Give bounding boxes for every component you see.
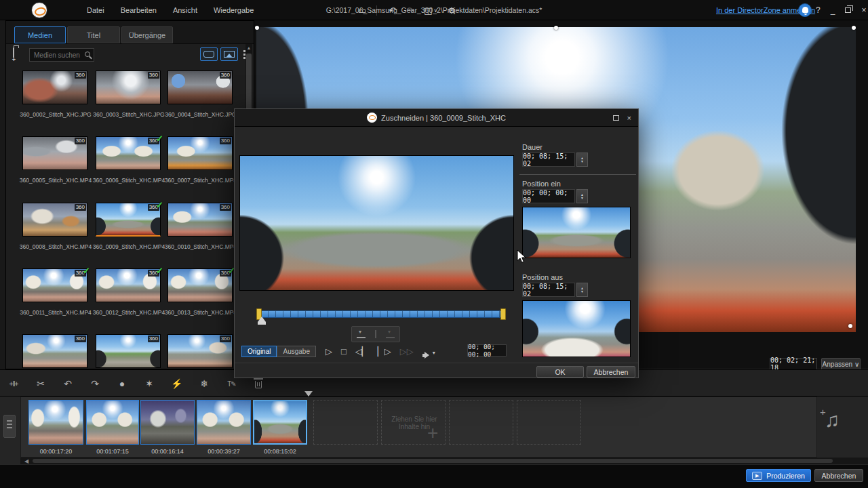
produce-button[interactable]: ▶ Produzieren (746, 469, 811, 482)
video-filter-button[interactable] (200, 47, 218, 61)
mark-out-button[interactable] (386, 331, 395, 338)
import-media-icon[interactable] (13, 47, 14, 60)
mouse-cursor (517, 249, 527, 264)
media-filename: 360_0009_Stitch_XHC.MP4 (92, 243, 166, 250)
mark-position-button[interactable] (375, 330, 376, 338)
tab-medien[interactable]: Medien (14, 26, 66, 43)
search-input[interactable] (30, 49, 94, 61)
play-button[interactable]: ▷ (326, 346, 332, 357)
timeline-playhead[interactable] (304, 391, 313, 396)
menu-bearbeiten[interactable]: Bearbeiten (121, 6, 157, 14)
original-toggle-button[interactable]: Original (241, 346, 277, 357)
rotate-left-icon[interactable]: ↶ (62, 378, 73, 389)
magic-fix-icon[interactable]: ✶ (144, 378, 155, 389)
rotate-right-icon[interactable]: ↷ (90, 378, 100, 389)
timeline-scrollbar[interactable]: ◀ (20, 458, 868, 464)
media-thumbnail[interactable]: 360 (167, 203, 233, 237)
dialog-cancel-button[interactable]: Abbrechen (587, 366, 635, 378)
add-music-icon[interactable]: +♫ (825, 409, 840, 432)
timeline-clip[interactable] (197, 400, 251, 445)
media-thumbnail[interactable]: 360 (167, 136, 233, 170)
mark-in-button[interactable] (357, 331, 366, 338)
media-thumbnail[interactable]: 360✓ (22, 268, 87, 302)
dropzone[interactable] (449, 400, 513, 445)
output-toggle-button[interactable]: Ausgabe (277, 346, 315, 357)
position-out-spinner[interactable]: 00; 08; 15; 02 ▲▼ (522, 283, 588, 297)
trim-playhead[interactable] (258, 317, 266, 322)
photo-filter-button[interactable] (220, 47, 238, 61)
split-scissors-icon[interactable]: ✂ (35, 378, 46, 389)
media-thumbnail[interactable]: 360 (96, 334, 161, 368)
dropzone[interactable] (313, 400, 378, 445)
media-thumbnail[interactable]: 360 (167, 70, 233, 104)
dialog-close-button[interactable]: × (627, 114, 631, 122)
spinner-arrows-icon[interactable]: ▲▼ (576, 283, 588, 297)
timeline-clip[interactable] (86, 400, 139, 445)
timeline-clip[interactable] (28, 400, 83, 445)
dropzone[interactable] (517, 400, 581, 445)
dialog-maximize-button[interactable] (613, 115, 619, 121)
minimize-button[interactable]: _ (831, 5, 835, 15)
fast-forward-button[interactable]: ▷▷ (400, 346, 414, 357)
media-search-box[interactable] (29, 48, 94, 62)
media-filename: 360_0002_Stitch_XHC.JPG (18, 111, 93, 118)
motion-effect-icon[interactable]: ⚡ (171, 378, 182, 389)
effects-icon[interactable]: ❄ (199, 378, 210, 389)
footer-cancel-button[interactable]: Abbrechen (814, 469, 863, 482)
stop-button[interactable]: □ (341, 346, 347, 357)
media-thumbnail[interactable]: 360 (22, 136, 87, 170)
handle-dot[interactable] (848, 324, 852, 328)
scrollbar-thumb[interactable] (33, 459, 833, 463)
next-frame-button[interactable]: ▏▷ (378, 346, 391, 357)
scroll-left-icon[interactable]: ◀ (22, 458, 31, 464)
media-thumbnail[interactable]: 360 (22, 70, 87, 104)
close-button[interactable]: × (861, 5, 866, 15)
trim-preview-video[interactable] (239, 155, 514, 291)
delete-icon[interactable] (253, 379, 264, 388)
tab-uebergaenge[interactable]: Übergänge (121, 26, 173, 43)
tab-titel[interactable]: Titel (67, 26, 120, 43)
previous-frame-button[interactable]: ◁▏ (355, 346, 369, 357)
blur-tool-icon[interactable]: ● (117, 378, 127, 389)
media-filename: 360_0013_Stitch_XHC.MP4 (163, 309, 238, 316)
handle-dot[interactable] (255, 26, 259, 30)
media-thumbnail[interactable]: 360✓ (167, 268, 233, 302)
mark-buttons (351, 326, 400, 342)
menu-datei[interactable]: Datei (87, 6, 104, 14)
zoom-fit-dropdown[interactable]: Anpassen∨ (821, 358, 861, 370)
timeline-clip[interactable] (140, 400, 195, 445)
help-button[interactable]: ? (816, 5, 821, 15)
badge-360: 360 (148, 72, 159, 79)
spinner-arrows-icon[interactable]: ▲▼ (576, 189, 588, 203)
restore-button[interactable] (845, 7, 851, 13)
trim-track[interactable] (260, 310, 502, 318)
notification-bell-icon[interactable] (798, 3, 812, 17)
range-select-icon[interactable]: +‖+ (8, 380, 19, 388)
menu-wiedergabe[interactable]: Wiedergabe (214, 6, 254, 14)
media-thumbnail[interactable]: 360✓ (96, 203, 161, 237)
trim-end-handle[interactable] (500, 308, 506, 320)
preview-timecode: 00; 02; 21; 18 (770, 358, 817, 370)
media-thumbnail[interactable]: 360✓ (96, 136, 161, 170)
handle-dot[interactable] (852, 26, 856, 30)
media-thumbnail[interactable]: 360 (22, 334, 87, 368)
title-text-icon[interactable]: T✎ (226, 380, 237, 388)
track-view-button[interactable]: ▾ (431, 346, 435, 357)
timeline-clip[interactable] (253, 400, 307, 445)
ok-button[interactable]: OK (536, 366, 584, 378)
position-out-thumbnail (522, 300, 631, 357)
media-thumbnail[interactable]: 360✓ (96, 268, 161, 302)
timeline-tool-icons: +‖+✂↶↷●✶⚡❄T✎ (8, 370, 264, 397)
media-thumbnail[interactable]: 360 (167, 334, 233, 368)
scroll-up-icon[interactable]: ▲ (245, 45, 252, 50)
position-in-spinner[interactable]: 00; 00; 00; 00 ▲▼ (522, 189, 588, 203)
duration-spinner[interactable]: 00; 08; 15; 02 ▲▼ (522, 152, 588, 167)
track-header-icon[interactable] (3, 415, 16, 438)
media-thumbnail[interactable]: 360 (96, 70, 161, 104)
media-thumbnail[interactable]: 360 (22, 203, 87, 237)
spinner-arrows-icon[interactable]: ▲▼ (576, 152, 588, 167)
menu-ansicht[interactable]: Ansicht (173, 6, 197, 14)
badge-360: 360 (75, 204, 86, 211)
badge-360: 360 (220, 138, 231, 144)
handle-dot[interactable] (554, 26, 558, 30)
